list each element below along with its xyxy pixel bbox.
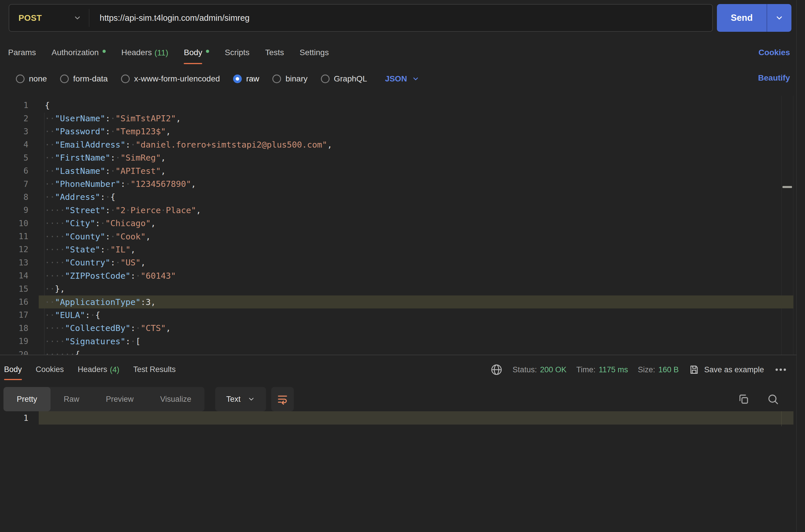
pane-right-border [796,0,797,532]
tab-tests[interactable]: Tests [265,48,284,58]
more-actions-button[interactable] [775,368,786,371]
body-type-radio-x-www-form-urlencoded[interactable]: x-www-form-urlencoded [121,74,220,83]
code-line: 5··"FirstName":·"SimReg", [0,151,794,164]
tab-cookies[interactable]: Cookies [36,365,64,375]
pane-divider[interactable] [0,355,796,355]
search-response-button[interactable] [765,391,781,407]
json-string: Pierce [131,205,161,215]
json-key: "City" [65,218,95,228]
json-punctuation: : [141,297,146,307]
chevron-down-icon [248,395,255,403]
json-punctuation: , [161,153,166,163]
scrollbar-thumb[interactable] [783,186,792,188]
code-line: 4··"EmailAddress":·"daniel.forero+simtst… [0,138,794,151]
wrap-lines-button[interactable] [271,387,294,411]
response-format-select[interactable]: Text [215,387,266,411]
tab-params[interactable]: Params [8,48,36,58]
tab-scripts[interactable]: Scripts [225,48,250,58]
code-line: 7··"PhoneNumber":·"1234567890", [0,177,794,190]
body-type-radio-binary[interactable]: binary [272,74,307,83]
tab-body[interactable]: Body [4,365,22,375]
tab-settings[interactable]: Settings [300,48,329,58]
tab-label: Settings [300,48,329,58]
code-text: ····"City":·"Chicago", [45,218,156,228]
json-key: "CollectedBy" [65,323,131,333]
view-tab-raw[interactable]: Raw [51,387,93,411]
radio-label: binary [285,74,307,83]
save-as-example-button[interactable]: Save as example [689,364,764,375]
method-selector[interactable]: POST [9,5,89,31]
whitespace-dots: · [135,271,140,281]
body-type-radio-raw[interactable]: raw [233,74,259,83]
time-indicator[interactable]: Time: 1175 ms [576,365,628,374]
beautify-link[interactable]: Beautify [758,73,790,82]
cookies-link[interactable]: Cookies [759,48,790,57]
language-label: JSON [385,74,407,83]
json-punctuation: , [196,205,201,215]
send-button[interactable]: Send [717,4,791,32]
whitespace-dots: ·· [45,284,55,294]
json-punctuation: , [131,245,135,254]
json-key: "ApplicationType" [55,297,141,307]
editor-scrollbar[interactable] [781,96,793,355]
json-punctuation: , [166,323,171,333]
code-line: 11····"County":·"Cook", [0,230,794,243]
network-globe-icon[interactable] [490,363,503,376]
tab-authorization[interactable]: Authorization [52,48,106,58]
status-indicator[interactable]: Status: 200 OK [513,365,567,374]
response-body-editor[interactable]: 1 [0,411,794,426]
request-body-editor[interactable]: 1{2··"UserName":·"SimTstAPI2",3··"Passwo… [0,96,794,355]
json-punctuation: : [120,179,126,189]
tab-test-results[interactable]: Test Results [133,365,176,375]
send-options-button[interactable] [767,4,791,32]
whitespace-dots: · [106,192,110,202]
line-number: 8 [0,192,28,202]
whitespace-dots: · [115,153,120,163]
line-number: 13 [0,258,28,267]
whitespace-dots: · [110,114,115,123]
json-key: "County" [65,232,106,242]
whitespace-dots: ···· [45,218,65,228]
view-tab-pretty[interactable]: Pretty [3,387,51,411]
code-line: 12····"State":·"IL", [0,243,794,256]
line-number: 3 [0,127,28,136]
radio-circle [321,75,330,83]
tab-headers[interactable]: Headers(4) [78,365,119,375]
body-type-radio-graphql[interactable]: GraphQL [321,74,367,83]
code-line: 2··"UserName":·"SimTstAPI2", [0,112,794,125]
radio-label: raw [246,74,259,83]
code-line: 1 [0,411,794,424]
status-value: 200 OK [540,365,567,374]
view-tab-visualize[interactable]: Visualize [147,387,205,411]
whitespace-dots: ···· [45,258,65,267]
code-text: ··"EmailAddress":·"daniel.forero+simtsta… [45,140,332,150]
json-key: "ZIPPostCode" [65,271,131,281]
body-type-radio-none[interactable]: none [16,74,47,83]
tab-label: Test Results [133,365,176,375]
tab-count-badge: (11) [155,48,168,57]
json-punctuation: { [45,100,50,110]
response-format-label: Text [226,395,241,404]
line-number: 12 [0,245,28,254]
url-input[interactable]: https://api-sim.t4login.com/admin/simreg [89,13,250,23]
response-view-switch: PrettyRawPreviewVisualize [3,387,205,411]
tab-label: Headers [78,365,107,375]
body-type-row: noneform-datax-www-form-urlencodedrawbin… [16,69,419,88]
json-string: "daniel.forero+simtstapi2@plus500.com" [135,140,327,150]
code-line: 19····"Signatures":·[ [0,335,794,348]
radio-label: x-www-form-urlencoded [134,74,220,83]
json-string: "SimTstAPI2" [115,114,176,123]
json-key: "UserName" [55,114,106,123]
language-select[interactable]: JSON [385,74,419,83]
json-punctuation: : [131,323,135,333]
json-key: "PhoneNumber" [55,179,120,189]
json-string: "IL" [110,245,131,254]
copy-response-button[interactable] [735,391,751,407]
whitespace-dots: ·· [45,192,55,202]
json-string: "1234567890" [131,179,191,189]
view-tab-preview[interactable]: Preview [93,387,147,411]
body-type-radio-form-data[interactable]: form-data [60,74,108,83]
tab-body[interactable]: Body [184,48,209,58]
tab-headers[interactable]: Headers(11) [121,48,168,58]
size-indicator[interactable]: Size: 160 B [638,365,679,374]
